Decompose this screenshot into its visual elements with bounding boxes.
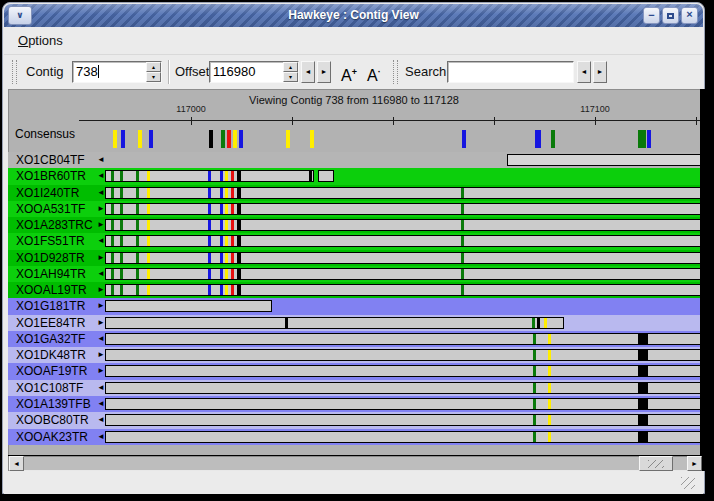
read-bar[interactable] [105, 170, 314, 182]
read-bar[interactable] [105, 203, 700, 215]
read-bar[interactable] [105, 252, 700, 264]
scrollbar-thumb[interactable] [639, 456, 673, 471]
snp-tick [111, 188, 114, 198]
spin-down-icon[interactable]: ▾ [146, 72, 161, 82]
read-bar[interactable] [105, 268, 700, 280]
snp-tick [237, 253, 241, 263]
read-row[interactable]: XO1A283TRC ► [8, 217, 700, 233]
search-next-button[interactable]: ► [593, 61, 607, 83]
toolbar: Contig 738 ▴ ▾ Offset 116980 ▴ ▾ ◄ ► A+ … [4, 55, 703, 89]
close-button[interactable]: × [681, 7, 698, 24]
snp-tick [225, 285, 228, 295]
read-row[interactable]: XO1DK48TR ► [8, 347, 700, 363]
read-row[interactable]: XOOAL19TR ► [8, 282, 700, 298]
resize-grip-icon[interactable] [681, 477, 695, 489]
snp-tick [225, 220, 228, 230]
minimize-button[interactable]: − [643, 7, 660, 24]
read-bar[interactable] [318, 170, 334, 182]
toolbar-handle-icon[interactable] [393, 60, 398, 84]
menu-bar: Options [4, 27, 703, 55]
read-row[interactable]: XO1D928TR ► [8, 250, 700, 266]
snp-tick [136, 285, 139, 295]
snp-tick [638, 432, 648, 442]
contig-canvas[interactable]: Viewing Contig 738 from 116980 to 117128… [8, 89, 700, 455]
read-row[interactable]: XOOBC80TR ◄ [8, 412, 700, 428]
snp-tick [638, 383, 648, 393]
title-bar[interactable]: Hawkeye : Contig View ∨ − × [4, 4, 703, 27]
read-row[interactable]: XO1EE84TR ► [8, 315, 700, 331]
read-bar[interactable] [105, 317, 564, 329]
scroll-left-icon[interactable]: ◄ [9, 456, 24, 471]
read-bar[interactable] [105, 333, 700, 345]
read-row[interactable]: XO1BR60TR ◄ [8, 168, 700, 184]
font-increase-button[interactable]: A+ [341, 61, 357, 83]
maximize-button[interactable] [662, 7, 679, 24]
consensus-label: Consensus [15, 127, 75, 141]
read-row[interactable]: XO1FS51TR ◄ [8, 233, 700, 249]
snp-tick [208, 236, 211, 246]
snp-tick [220, 253, 223, 263]
read-name: XOOBC80TR [16, 412, 89, 428]
snp-tick [111, 236, 114, 246]
spin-up-icon[interactable]: ▴ [146, 62, 161, 72]
toolbar-handle-icon[interactable] [12, 60, 17, 84]
read-bar[interactable] [105, 365, 700, 377]
read-bar[interactable] [105, 414, 700, 426]
menu-options[interactable]: Options [14, 27, 67, 54]
snp-tick [208, 188, 211, 198]
snp-tick [548, 415, 551, 425]
read-bar[interactable] [105, 398, 700, 410]
search-prev-button[interactable]: ◄ [577, 61, 591, 83]
read-direction-icon: ◄ [97, 331, 105, 347]
snp-tick [208, 220, 211, 230]
read-row[interactable]: XOOA531TF ► [8, 201, 700, 217]
offset-spinbox[interactable]: 116980 ▴ ▾ [209, 61, 299, 83]
pan-right-button[interactable]: ► [317, 61, 331, 83]
snp-tick [147, 171, 150, 181]
read-row[interactable]: XOOAF19TR ► [8, 363, 700, 379]
read-row[interactable]: XOOAK23TR ◄ [8, 429, 700, 445]
snp-tick [533, 432, 536, 442]
ruler-tick [696, 117, 697, 125]
read-name: XO1D928TR [16, 250, 85, 266]
font-decrease-button[interactable]: A· [367, 61, 381, 83]
read-bar[interactable] [507, 154, 700, 166]
read-bar[interactable] [105, 382, 700, 394]
read-row[interactable]: XO1GA32TF ◄ [8, 331, 700, 347]
spin-up-icon[interactable]: ▴ [283, 62, 298, 72]
snp-tick [120, 188, 123, 198]
read-row[interactable]: XO1C108TF ◄ [8, 380, 700, 396]
snp-tick [461, 285, 464, 295]
read-row[interactable]: XO1A139TFB ◄ [8, 396, 700, 412]
consensus-tick [221, 130, 225, 148]
contig-spinbox[interactable]: 738 ▴ ▾ [72, 61, 162, 83]
snp-tick [237, 269, 241, 279]
snp-tick [136, 253, 139, 263]
search-input[interactable] [447, 61, 574, 83]
spin-down-icon[interactable]: ▾ [283, 72, 298, 82]
read-bar[interactable] [105, 284, 700, 296]
snp-tick [548, 383, 551, 393]
snp-tick [120, 171, 123, 181]
read-direction-icon: ► [97, 315, 105, 331]
snp-tick [120, 269, 123, 279]
pan-left-button[interactable]: ◄ [301, 61, 315, 83]
read-row[interactable]: XO1G181TR ► [8, 298, 700, 314]
read-bar[interactable] [105, 431, 700, 443]
window-menu-icon[interactable]: ∨ [8, 6, 32, 25]
read-row[interactable]: XO1AH94TR ◄ [8, 266, 700, 282]
read-bar[interactable] [105, 235, 700, 247]
read-bar[interactable] [105, 349, 700, 361]
read-row[interactable]: XO1CB04TF ◄ [8, 152, 700, 168]
read-direction-icon: ► [97, 217, 105, 233]
snp-tick [120, 236, 123, 246]
read-bar[interactable] [105, 187, 700, 199]
snp-tick [208, 253, 211, 263]
read-rows: XO1CB04TF ◄ XO1BR60TR ◄ XO1I240TR ◄ XOOA… [8, 152, 700, 445]
scroll-right-icon[interactable]: ► [687, 456, 702, 471]
read-bar[interactable] [105, 300, 272, 312]
read-row[interactable]: XO1I240TR ◄ [8, 185, 700, 201]
read-name: XO1CB04TF [16, 152, 85, 168]
horizontal-scrollbar[interactable]: ◄ ► [8, 456, 700, 471]
read-bar[interactable] [105, 219, 700, 231]
